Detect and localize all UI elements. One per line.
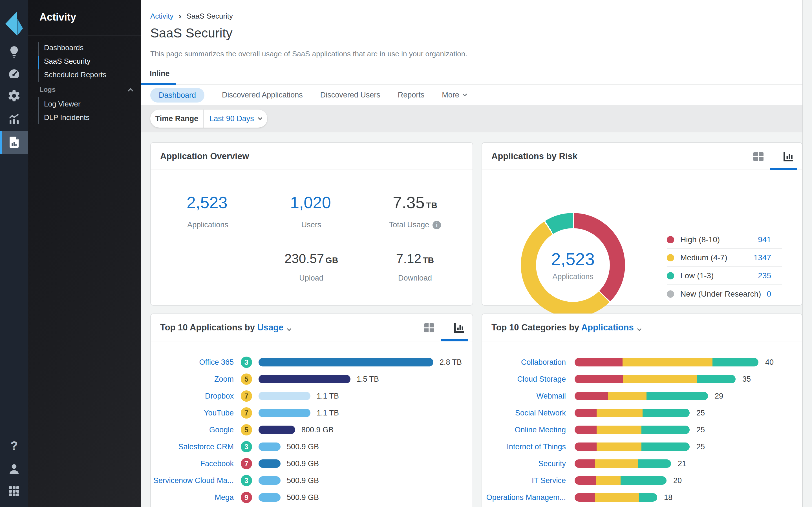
app-name-link[interactable]: Dropbox bbox=[151, 392, 234, 400]
category-name-link[interactable]: Webmail bbox=[482, 392, 566, 400]
sidebar-item-dlp-incidents[interactable]: DLP Incidents bbox=[44, 111, 89, 124]
card-title: Application Overview bbox=[160, 151, 249, 161]
application-overview-card: Application Overview 2,523 Applications … bbox=[150, 142, 473, 305]
dashboard-nav-button[interactable] bbox=[0, 62, 28, 86]
category-count: 21 bbox=[678, 459, 686, 468]
stat-total-usage: 7.35TB Total Usagei bbox=[367, 193, 463, 229]
risk-stacked-bar bbox=[574, 493, 657, 502]
category-name-link[interactable]: Operations Managem... bbox=[482, 493, 566, 502]
info-icon[interactable]: i bbox=[433, 221, 441, 229]
legend-dot-icon bbox=[667, 290, 674, 298]
app-row-facebook: Facebook7500.9 GB bbox=[151, 455, 472, 472]
subtab-label: Dashboard bbox=[159, 88, 196, 103]
subtab-reports[interactable]: Reports bbox=[398, 91, 424, 100]
analytics-nav-button[interactable] bbox=[0, 108, 28, 131]
logs-label: Logs bbox=[40, 86, 56, 94]
stat-users: 1,020 Users bbox=[263, 193, 359, 229]
segment-low bbox=[712, 358, 758, 367]
sidebar-logs-header[interactable]: Logs bbox=[40, 83, 133, 96]
metric-dropdown[interactable]: Applications bbox=[581, 323, 634, 332]
legend-value-link[interactable]: 0 bbox=[767, 290, 771, 298]
insights-nav-button[interactable] bbox=[0, 40, 28, 63]
time-range-value-dropdown[interactable]: Last 90 Days bbox=[204, 114, 267, 123]
risk-score-badge: 5 bbox=[241, 374, 252, 385]
segment-high bbox=[574, 443, 597, 451]
risk-stacked-bar bbox=[574, 459, 671, 468]
product-logo-icon[interactable] bbox=[3, 8, 25, 37]
app-name-link[interactable]: Zoom bbox=[151, 375, 234, 384]
subtab-label: More bbox=[442, 91, 459, 100]
category-name-link[interactable]: Social Network bbox=[482, 409, 566, 417]
usage-value: 500.9 GB bbox=[287, 459, 319, 468]
metric-dropdown[interactable]: Usage bbox=[257, 323, 284, 332]
app-name-link[interactable]: YouTube bbox=[151, 409, 234, 417]
page-scrollbar-track[interactable] bbox=[802, 0, 812, 507]
legend-label: High (8-10) bbox=[680, 235, 758, 244]
subtab-more[interactable]: More bbox=[442, 91, 466, 100]
usage-value: 1.1 TB bbox=[317, 409, 339, 417]
category-row-collaboration: Collaboration40 bbox=[482, 354, 802, 371]
category-name-link[interactable]: IT Service bbox=[482, 476, 566, 485]
card-title: Applications by Risk bbox=[492, 151, 577, 161]
sidebar-item-log-viewer[interactable]: Log Viewer bbox=[44, 97, 89, 111]
segment-medium bbox=[597, 409, 643, 417]
help-button[interactable]: ? bbox=[0, 434, 28, 457]
app-name-link[interactable]: Mega bbox=[151, 493, 234, 502]
app-name-link[interactable]: Google bbox=[151, 426, 234, 434]
app-name-link[interactable]: Salesforce CRM bbox=[151, 443, 234, 451]
category-row-internet-of-things: Internet of Things25 bbox=[482, 438, 802, 455]
subtab-dashboard[interactable]: Dashboard bbox=[150, 88, 204, 103]
table-view-icon[interactable] bbox=[422, 321, 436, 335]
app-row-salesforce-crm: Salesforce CRM3500.9 GB bbox=[151, 438, 472, 455]
tab-inline[interactable]: Inline bbox=[150, 69, 170, 78]
user-profile-button[interactable] bbox=[0, 457, 28, 481]
category-name-link[interactable]: Internet of Things bbox=[482, 443, 566, 451]
stat-value[interactable]: 2,523 bbox=[160, 193, 256, 214]
legend-dot-icon bbox=[667, 254, 674, 262]
reports-nav-button[interactable] bbox=[0, 131, 28, 154]
breadcrumb-chevron-icon: › bbox=[179, 11, 181, 21]
app-row-google: Google5800.9 GB bbox=[151, 421, 472, 438]
sidebar-item-dashboards[interactable]: Dashboards bbox=[44, 41, 106, 54]
chart-view-icon[interactable] bbox=[452, 321, 466, 335]
stat-label: Total Usagei bbox=[367, 221, 463, 229]
risk-stacked-bar bbox=[574, 426, 690, 434]
category-count: 25 bbox=[696, 409, 705, 417]
app-name-link[interactable]: Office 365 bbox=[151, 358, 234, 367]
chart-view-icon[interactable] bbox=[781, 150, 795, 163]
usage-bar bbox=[259, 392, 310, 400]
category-name-link[interactable]: Cloud Storage bbox=[482, 375, 566, 384]
category-count: 25 bbox=[696, 426, 705, 434]
subtab-label: Reports bbox=[398, 91, 424, 100]
time-range-filter[interactable]: Time Range Last 90 Days bbox=[150, 110, 267, 128]
app-name-link[interactable]: Servicenow Cloud Ma... bbox=[151, 476, 234, 485]
category-row-operations-managem: Operations Managem...18 bbox=[482, 489, 802, 506]
legend-value-link[interactable]: 1347 bbox=[754, 253, 771, 262]
sidebar-item-scheduled-reports[interactable]: Scheduled Reports bbox=[44, 68, 106, 81]
breadcrumb-activity-link[interactable]: Activity bbox=[150, 12, 173, 20]
subtab-discovered-applications[interactable]: Discovered Applications bbox=[222, 91, 303, 100]
stat-applications: 2,523 Applications bbox=[160, 193, 256, 229]
category-row-security: Security21 bbox=[482, 455, 802, 472]
chevron-down-icon bbox=[258, 115, 262, 120]
stat-value[interactable]: 1,020 bbox=[263, 193, 359, 214]
risk-donut-chart[interactable]: 2,523 Applications bbox=[521, 213, 625, 317]
category-count: 40 bbox=[765, 358, 774, 367]
table-view-icon[interactable] bbox=[752, 150, 765, 163]
stat-label: Upload bbox=[263, 274, 359, 283]
stat-upload: 230.57GB Upload bbox=[263, 251, 359, 283]
app-switcher-button[interactable] bbox=[0, 480, 28, 503]
app-name-link[interactable]: Facebook bbox=[151, 459, 234, 468]
sidebar-item-saas-security[interactable]: SaaS Security bbox=[44, 54, 106, 68]
category-name-link[interactable]: Collaboration bbox=[482, 358, 566, 367]
subtab-discovered-users[interactable]: Discovered Users bbox=[320, 91, 380, 100]
category-name-link[interactable]: Online Meeting bbox=[482, 426, 566, 434]
legend-value-link[interactable]: 235 bbox=[758, 271, 771, 280]
legend-value-link[interactable]: 941 bbox=[758, 235, 771, 244]
risk-score-badge: 9 bbox=[241, 492, 252, 503]
settings-nav-button[interactable] bbox=[0, 84, 28, 107]
segment-low bbox=[620, 476, 666, 485]
category-name-link[interactable]: Security bbox=[482, 459, 566, 468]
risk-stacked-bar bbox=[574, 358, 758, 367]
segment-medium bbox=[622, 358, 712, 367]
